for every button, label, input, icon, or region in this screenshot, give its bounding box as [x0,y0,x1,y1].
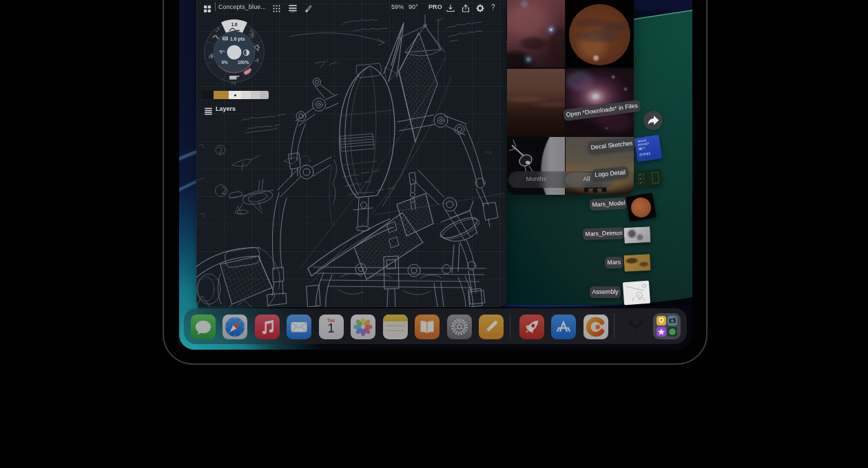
svg-text:¦■¯≥: ¦■¯≥ [638,181,645,184]
svg-text:¦■¯3: ¦■¯3 [637,173,644,176]
svg-text:✎: ✎ [643,147,646,151]
svg-text:DYP53: DYP53 [639,151,651,157]
svg-text:¦■¯8: ¦■¯8 [638,177,645,180]
